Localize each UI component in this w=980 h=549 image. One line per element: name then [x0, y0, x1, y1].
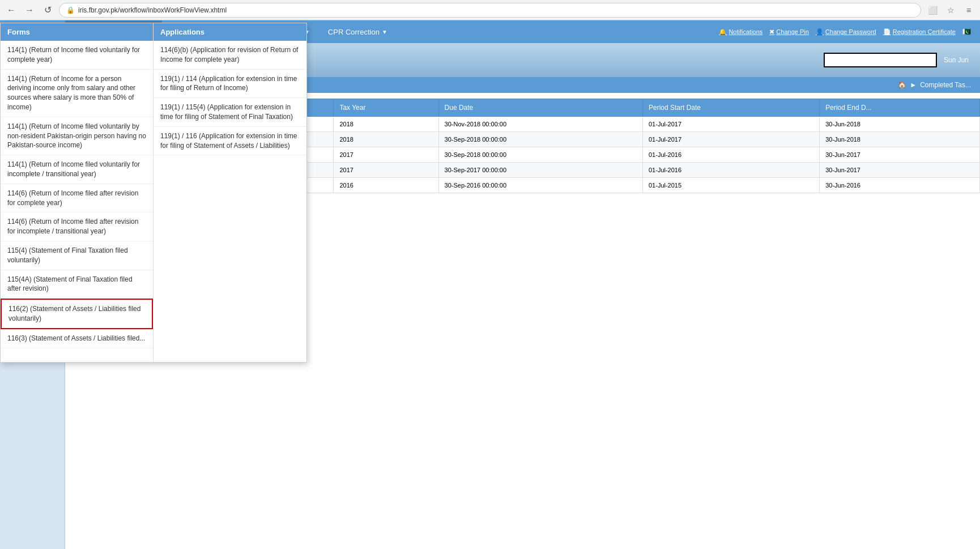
main-container: Iris 🌸 Edit V ▶ Draft Inbox Outbox ▼ Com… — [0, 43, 980, 549]
change-password-link[interactable]: 👤 Change Password — [816, 28, 876, 36]
form-item-7[interactable]: 115(4A) (Statement of Final Taxation fil… — [1, 270, 153, 299]
change-pin-icon: ✖ — [769, 28, 774, 36]
notifications-icon: 🔔 — [719, 28, 727, 36]
browser-right-icons: ⬜ ☆ ≡ — [926, 3, 975, 17]
form-item-1[interactable]: 114(1) (Return of Income for a person de… — [1, 70, 153, 117]
reg-certificate-icon: 📄 — [883, 28, 891, 36]
top-nav-right: 🔔 Notifications ✖ Change Pin 👤 Change Pa… — [719, 28, 980, 36]
col-period-start: Period Start Date — [642, 99, 819, 117]
cell-tax_year: 2017 — [334, 147, 438, 163]
form-item-0[interactable]: 114(1) (Return of Income filed voluntari… — [1, 41, 153, 70]
cell-period_start: 01-Jul-2017 — [642, 117, 819, 132]
applications-column: Applications 114(6)(b) (Application for … — [154, 23, 306, 362]
tabs-button[interactable]: ⬜ — [926, 3, 939, 17]
col-tax-year: Tax Year — [334, 99, 438, 117]
form-item-5[interactable]: 114(6) (Return of Income filed after rev… — [1, 212, 153, 241]
form-item-3[interactable]: 114(1) (Return of Income filed voluntari… — [1, 155, 153, 184]
cell-period_end: 30-Jun-2018 — [820, 117, 980, 132]
reg-certificate-link[interactable]: 📄 Registration Certificate — [883, 28, 956, 36]
cell-tax_year: 2018 — [334, 132, 438, 147]
cell-tax_year: 2017 — [334, 163, 438, 178]
forms-column: Forms 114(1) (Return of Income filed vol… — [1, 23, 154, 362]
nav-arrow-cpr: ▼ — [382, 29, 387, 35]
change-password-icon: 👤 — [816, 28, 824, 36]
col-due-date: Due Date — [438, 99, 642, 117]
form-item-4[interactable]: 114(6) (Return of Income filed after rev… — [1, 184, 153, 213]
form-item-8[interactable]: 116(2) (Statement of Assets / Liabilitie… — [1, 299, 153, 329]
cell-period_start: 01-Jul-2017 — [642, 132, 819, 147]
forward-button[interactable]: → — [23, 3, 36, 17]
flag-icon: 🇵🇰 — [962, 28, 971, 36]
menu-button[interactable]: ≡ — [962, 3, 975, 17]
header-search-input[interactable] — [824, 53, 937, 67]
notifications-link[interactable]: 🔔 Notifications — [719, 28, 762, 36]
forms-header: Forms — [1, 23, 153, 41]
col-period-end: Period End D... — [820, 99, 980, 117]
header-date: Sun Jun — [944, 56, 969, 64]
app-item-2[interactable]: 119(1) / 115(4) (Application for extensi… — [154, 98, 306, 127]
reg-certificate-label: Registration Certificate — [893, 28, 956, 35]
cell-period_end: 30-Jun-2017 — [820, 147, 980, 163]
url-text: iris.fbr.gov.pk/workflow/inboxWorkFlowVi… — [78, 6, 227, 14]
cell-tax_year: 2016 — [334, 178, 438, 193]
cell-due_date: 30-Sep-2016 00:00:00 — [438, 178, 642, 193]
lock-icon: 🔒 — [66, 6, 75, 14]
refresh-button[interactable]: ↺ — [41, 3, 54, 17]
breadcrumb-page: Completed Tas... — [920, 81, 971, 89]
browser-chrome: ← → ↺ 🔒 iris.fbr.gov.pk/workflow/inboxWo… — [0, 0, 980, 20]
change-pin-link[interactable]: ✖ Change Pin — [769, 28, 809, 36]
form-item-2[interactable]: 114(1) (Return of Income filed voluntari… — [1, 117, 153, 155]
app-item-1[interactable]: 119(1) / 114 (Application for extension … — [154, 70, 306, 99]
form-item-6[interactable]: 115(4) (Statement of Final Taxation file… — [1, 241, 153, 270]
breadcrumb-home-icon: 🏠 — [898, 81, 906, 89]
back-button[interactable]: ← — [5, 3, 18, 17]
nav-label-cpr: CPR Correction — [328, 28, 380, 36]
cell-period_start: 01-Jul-2016 — [642, 147, 819, 163]
app-item-0[interactable]: 114(6)(b) (Application for revision of R… — [154, 41, 306, 70]
change-password-label: Change Password — [825, 28, 876, 35]
app-item-3[interactable]: 119(1) / 116 (Application for extension … — [154, 127, 306, 156]
cell-period_end: 30-Jun-2017 — [820, 163, 980, 178]
cell-tax_year: 2018 — [334, 117, 438, 132]
cell-due_date: 30-Sep-2018 00:00:00 — [438, 132, 642, 147]
cell-period_start: 01-Jul-2016 — [642, 163, 819, 178]
cell-due_date: 30-Sep-2017 00:00:00 — [438, 163, 642, 178]
dropdown-menu: Forms 114(1) (Return of Income filed vol… — [0, 23, 307, 363]
change-pin-label: Change Pin — [776, 28, 809, 35]
bookmark-button[interactable]: ☆ — [944, 3, 957, 17]
cell-period_end: 30-Jun-2018 — [820, 132, 980, 147]
applications-header: Applications — [154, 23, 306, 41]
breadcrumb-separator: ► — [910, 81, 917, 89]
nav-item-cpr[interactable]: CPR Correction ▼ — [319, 20, 397, 43]
cell-period_start: 01-Jul-2015 — [642, 178, 819, 193]
address-bar: 🔒 iris.fbr.gov.pk/workflow/inboxWorkFlow… — [59, 3, 921, 18]
notifications-label: Notifications — [728, 28, 762, 35]
form-item-9[interactable]: 116(3) (Statement of Assets / Liabilitie… — [1, 329, 153, 348]
cell-due_date: 30-Sep-2018 00:00:00 — [438, 147, 642, 163]
cell-period_end: 30-Jun-2016 — [820, 178, 980, 193]
cell-due_date: 30-Nov-2018 00:00:00 — [438, 117, 642, 132]
